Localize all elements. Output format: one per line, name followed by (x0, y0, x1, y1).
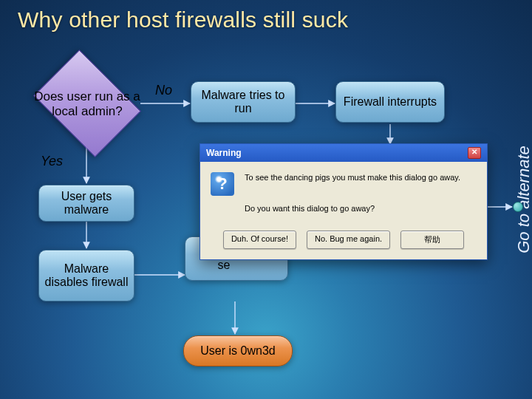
dialog-button-yes[interactable]: Duh. Of course! (223, 231, 296, 249)
dialog-title-text: Warning (206, 148, 242, 158)
warning-dialog: Warning ✕ ? To see the dancing pigs you … (200, 143, 488, 260)
dialog-body: ? To see the dancing pigs you must make … (200, 162, 487, 226)
box-malware-tries: Malware tries to run (191, 81, 296, 123)
dialog-button-row: Duh. Of course! No. Bug me again. 帮助 (200, 226, 487, 259)
box-firewall-interrupts: Firewall interrupts (335, 81, 445, 123)
edge-label-yes: Yes (41, 154, 63, 169)
edge-label-no: No (155, 83, 172, 98)
slide-title: Why other host firewalls still suck (18, 7, 348, 33)
dialog-button-no[interactable]: No. Bug me again. (307, 231, 390, 249)
decision-label: Does user run as a local admin? (28, 75, 146, 133)
side-annotation-line1: Go to alternate (514, 146, 532, 253)
box-user-owned: User is 0wn3d (183, 335, 293, 366)
alternate-universe-endpoint (513, 202, 523, 212)
dialog-line2: Do you want this dialog to go away? (245, 203, 375, 214)
dialog-line1: To see the dancing pigs you must make th… (245, 172, 460, 183)
close-icon[interactable]: ✕ (468, 147, 481, 159)
box-malware-disables-firewall: Malware disables firewall (38, 250, 134, 301)
dialog-button-help[interactable]: 帮助 (400, 231, 464, 249)
box-user-gets-malware: User gets malware (38, 185, 134, 222)
side-annotation: Go to alternate universe! (515, 146, 532, 253)
dialog-titlebar[interactable]: Warning ✕ (200, 144, 487, 162)
question-icon: ? (211, 172, 234, 196)
